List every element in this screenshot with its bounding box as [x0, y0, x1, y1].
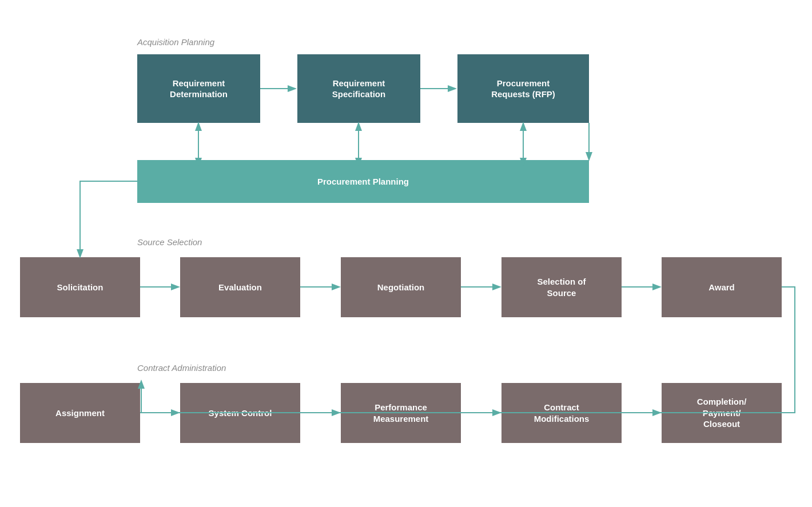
contract-modifications-box: Contract Modifications — [501, 383, 622, 443]
procurement-planning-box: Procurement Planning — [137, 160, 589, 203]
evaluation-box: Evaluation — [180, 257, 300, 317]
contract-administration-label: Contract Administration — [137, 363, 226, 373]
performance-measurement-box: Performance Measurement — [341, 383, 461, 443]
acquisition-planning-label: Acquisition Planning — [137, 37, 214, 47]
requirement-specification-box: Requirement Specification — [297, 54, 420, 123]
procurement-requests-box: Procurement Requests (RFP) — [457, 54, 589, 123]
selection-of-source-box: Selection of Source — [501, 257, 622, 317]
requirement-determination-box: Requirement Determination — [137, 54, 260, 123]
source-selection-label: Source Selection — [137, 237, 202, 247]
completion-box: Completion/ Payment/ Closeout — [662, 383, 782, 443]
solicitation-box: Solicitation — [20, 257, 140, 317]
system-control-box: System Control — [180, 383, 300, 443]
assignment-box: Assignment — [20, 383, 140, 443]
diagram-container: Acquisition Planning Source Selection Co… — [0, 0, 812, 507]
award-box: Award — [662, 257, 782, 317]
negotiation-box: Negotiation — [341, 257, 461, 317]
